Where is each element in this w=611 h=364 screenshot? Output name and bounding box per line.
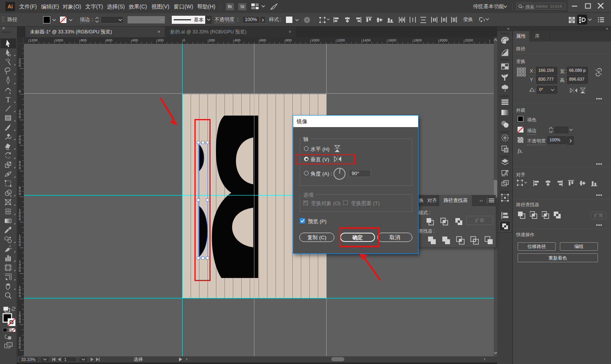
svg-text:T: T [6, 96, 10, 104]
